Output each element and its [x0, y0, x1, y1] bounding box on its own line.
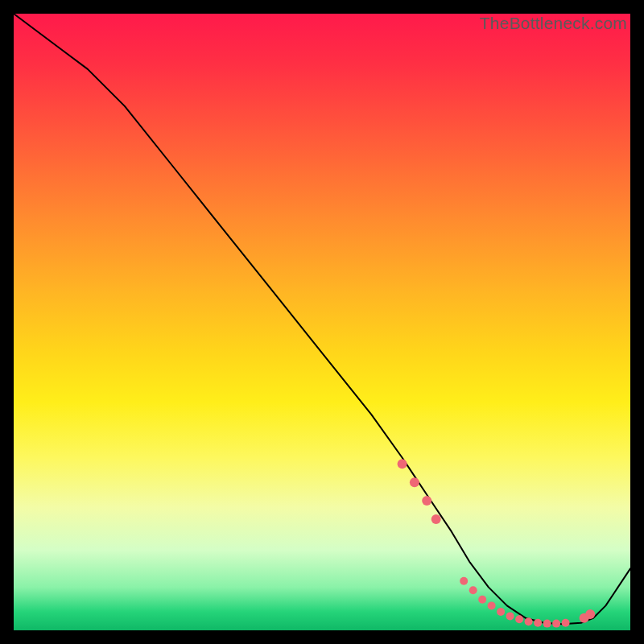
highlight-dot [410, 477, 419, 487]
highlight-dot [469, 586, 477, 594]
highlight-dot [478, 596, 486, 604]
highlight-dot [543, 620, 551, 628]
highlight-dots [398, 459, 596, 627]
highlight-dot [585, 609, 595, 619]
bottleneck-curve [14, 14, 630, 624]
highlight-dot [497, 608, 505, 616]
highlight-dot [534, 619, 542, 627]
highlight-dot [488, 601, 496, 609]
highlight-dot [431, 514, 441, 524]
highlight-dot [460, 577, 468, 585]
highlight-dot [525, 617, 533, 625]
highlight-dot [562, 619, 570, 627]
highlight-dot [422, 496, 431, 506]
highlight-dot [506, 612, 514, 620]
plot-area: TheBottleneck.com [14, 14, 630, 630]
chart-frame: TheBottleneck.com [0, 0, 644, 644]
highlight-dot [515, 615, 523, 623]
highlight-dot [552, 620, 560, 628]
chart-svg [14, 14, 630, 630]
highlight-dot [398, 459, 407, 469]
